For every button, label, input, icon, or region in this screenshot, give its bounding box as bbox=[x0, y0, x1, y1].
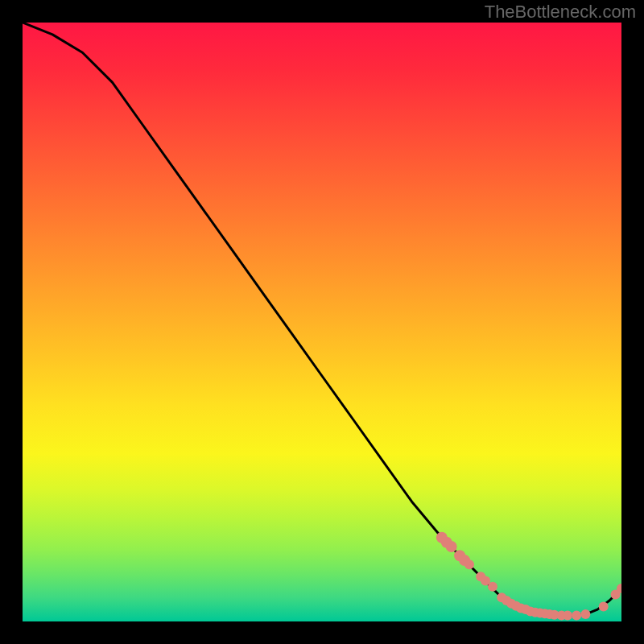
chart-container: TheBottleneck.com bbox=[0, 0, 644, 644]
data-markers bbox=[436, 532, 621, 621]
data-marker bbox=[572, 611, 581, 621]
curve-svg bbox=[23, 23, 621, 621]
data-marker bbox=[446, 541, 457, 552]
watermark-text: TheBottleneck.com bbox=[485, 2, 636, 23]
data-marker bbox=[464, 559, 474, 569]
data-marker bbox=[599, 601, 609, 611]
bottleneck-curve bbox=[23, 23, 621, 616]
data-marker bbox=[488, 582, 497, 592]
plot-area bbox=[23, 23, 621, 621]
data-marker bbox=[563, 611, 572, 621]
data-marker bbox=[580, 609, 590, 619]
